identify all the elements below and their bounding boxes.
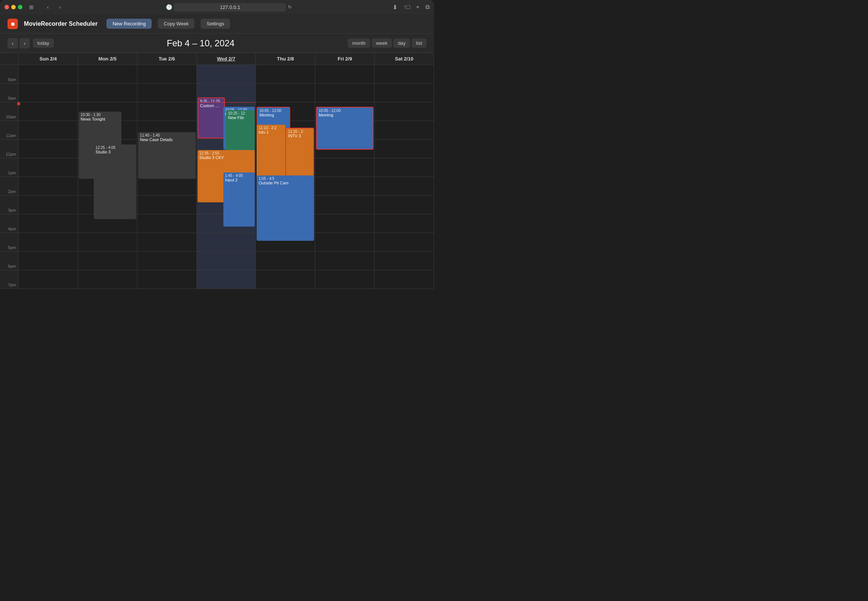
event-time: 12:35 - 2:55 — [199, 151, 253, 155]
month-view-button[interactable]: month — [348, 38, 370, 48]
time-1pm: 1pm — [0, 158, 18, 177]
addressbar: 🕐 ↻ — [68, 3, 390, 12]
event-title: Studio 3 CKY — [199, 155, 253, 160]
hour-6pm-sun[interactable] — [19, 252, 78, 270]
nav-buttons: ‹ › — [43, 2, 65, 12]
day-col-thu: 10:05 - 12:00 Meeting 11:10 - 2:2 Intv 1… — [256, 65, 315, 289]
app-logo: ⏺ — [8, 19, 18, 29]
appbar: ⏺ MovieRecorder Scheduler New Recording … — [0, 14, 434, 34]
day-header-sat[interactable]: Sat 2/10 — [374, 53, 434, 64]
event-meeting-fri[interactable]: 10:05 - 12:00 Meeting — [316, 107, 373, 150]
event-title: Input 2 — [225, 178, 253, 182]
time-6pm: 6pm — [0, 252, 18, 270]
browser-forward-button[interactable]: › — [55, 2, 65, 12]
sidebar-toggle-button[interactable]: ⊞ — [26, 3, 37, 11]
hour-7pm-sun[interactable] — [19, 270, 78, 289]
day-col-fri: 10:05 - 12:00 Meeting — [315, 65, 374, 289]
hour-9am-sun[interactable] — [19, 84, 78, 102]
event-time: 11:10 - 2:2 — [258, 126, 283, 130]
copy-week-button[interactable]: Copy Week — [157, 19, 195, 29]
event-time: 1:45 - 4:05 — [225, 174, 253, 178]
calendar-title: Feb 4 – 10, 2024 — [54, 38, 348, 49]
settings-button[interactable]: Settings — [200, 19, 230, 29]
time-10am: 10am — [0, 102, 18, 121]
event-title: Custom Name — [200, 104, 223, 108]
minimize-button[interactable] — [11, 5, 16, 9]
day-header-sun[interactable]: Sun 2/4 — [19, 53, 78, 64]
maximize-button[interactable] — [18, 5, 22, 9]
event-input2[interactable]: 1:45 - 4:05 Input 2 — [223, 172, 255, 227]
titlebar: ⊞ ‹ › 🕐 ↻ ⬇ ↑□ + ⧉ — [0, 0, 434, 14]
day-col-wed: 9:35 - 11:25 Custom Name 10:05 - 12:00 M… — [197, 65, 256, 289]
time-3pm: 3pm — [0, 195, 18, 214]
new-tab-icon[interactable]: + — [416, 4, 419, 11]
day-col-sat — [374, 65, 434, 289]
day-header-thu[interactable]: Thu 2/8 — [256, 53, 315, 64]
event-custom-name[interactable]: 9:35 - 11:25 Custom Name — [197, 98, 225, 139]
event-time: 10:05 - 12:00 — [259, 108, 287, 113]
browser-back-button[interactable]: ‹ — [43, 2, 53, 12]
day-col-tue: 11:40 - 1:45 New Case Details — [138, 65, 197, 289]
event-outside-pit-cam[interactable]: 1:55 - 4:5 Outside Pit Cam — [257, 175, 314, 241]
event-title: News Tonight — [81, 117, 119, 121]
app-title: MovieRecorder Scheduler — [24, 21, 98, 27]
tabs-icon[interactable]: ⧉ — [425, 4, 429, 11]
new-recording-button[interactable]: New Recording — [107, 19, 152, 29]
day-col-sun — [19, 65, 78, 289]
week-view-button[interactable]: week — [371, 38, 392, 48]
share-icon[interactable]: ↑□ — [403, 4, 410, 11]
nav-arrows: ‹ › — [8, 38, 30, 49]
event-studio3[interactable]: 12:25 - 4:05 Studio 3 — [94, 145, 136, 219]
time-8am: 8am — [0, 65, 18, 84]
event-new-case[interactable]: 11:40 - 1:45 New Case Details — [138, 132, 196, 179]
time-7pm: 7pm — [0, 270, 18, 289]
hour-2pm-sun[interactable] — [19, 177, 78, 195]
event-title: Intv 1 — [258, 130, 283, 134]
time-9am: 9am — [0, 84, 18, 102]
event-title: Meeting — [319, 113, 371, 117]
day-col-mon: 10:30 - 1:30 News Tonight 12:25 - 4:05 S… — [78, 65, 138, 289]
event-title: Studio 3 — [96, 150, 134, 154]
time-2pm: 2pm — [0, 177, 18, 195]
time-12pm: 12pm — [0, 140, 18, 158]
day-header-mon[interactable]: Mon 2/5 — [78, 53, 138, 64]
day-headers: Sun 2/4 Mon 2/5 Tue 2/6 Wed 2/7 Thu 2/8 … — [0, 53, 434, 65]
event-time: 10:25 - 12: — [228, 111, 253, 115]
hour-3pm-sun[interactable] — [19, 195, 78, 214]
event-title: INTV 3 — [288, 134, 312, 138]
close-button[interactable] — [5, 5, 9, 9]
hour-5pm-sun[interactable] — [19, 233, 78, 252]
day-header-wed[interactable]: Wed 2/7 — [197, 53, 256, 64]
download-icon[interactable]: ⬇ — [393, 4, 397, 11]
days-container: 10:30 - 1:30 News Tonight 12:25 - 4:05 S… — [19, 65, 434, 289]
hour-11am-sun[interactable] — [19, 121, 78, 140]
event-title: Outside Pit Cam — [258, 181, 312, 185]
today-button[interactable]: today — [33, 38, 54, 48]
traffic-lights — [5, 5, 22, 9]
day-view-button[interactable]: day — [393, 38, 410, 48]
url-input[interactable] — [174, 3, 286, 12]
list-view-button[interactable]: list — [412, 38, 426, 48]
time-4pm: 4pm — [0, 214, 18, 233]
hour-10am-sun[interactable] — [19, 102, 78, 121]
event-time: 9:35 - 11:25 — [200, 99, 223, 104]
next-week-button[interactable]: › — [20, 38, 30, 49]
hour-4pm-sun[interactable] — [19, 214, 78, 233]
event-time: 11:20 - 2: — [288, 130, 312, 134]
day-header-fri[interactable]: Fri 2/9 — [315, 53, 374, 64]
hour-12pm-sun[interactable] — [19, 140, 78, 158]
day-header-tue[interactable]: Tue 2/6 — [138, 53, 197, 64]
time-11am: 11am — [0, 121, 18, 140]
view-buttons: month week day list — [348, 38, 426, 48]
titlebar-icons: ⬇ ↑□ + ⧉ — [393, 4, 429, 11]
event-time: 10:30 - 1:30 — [81, 113, 119, 117]
event-time: 10:05 - 12:00 — [319, 108, 371, 113]
calendar: Sun 2/4 Mon 2/5 Tue 2/6 Wed 2/7 Thu 2/8 … — [0, 53, 434, 289]
hour-8am-sun[interactable] — [19, 65, 78, 84]
time-grid: 8am 9am 10am 11am 12pm 1pm 2pm 3pm 4pm 5… — [0, 65, 434, 289]
prev-week-button[interactable]: ‹ — [8, 38, 18, 49]
event-title: New Case Details — [140, 137, 194, 142]
hour-1pm-sun[interactable] — [19, 158, 78, 177]
time-labels: 8am 9am 10am 11am 12pm 1pm 2pm 3pm 4pm 5… — [0, 65, 19, 289]
event-title: Meeting — [259, 113, 287, 117]
